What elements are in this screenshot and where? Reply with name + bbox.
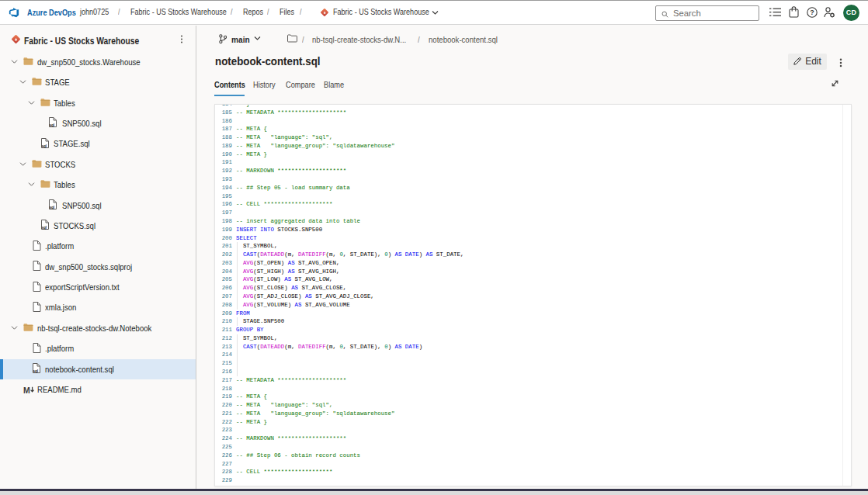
svg-text:sql: sql [41,144,47,148]
svg-text:sql: sql [49,206,54,209]
svg-text:?: ? [810,9,814,16]
svg-text:sql: sql [41,226,47,230]
svg-text:sql: sql [49,123,54,127]
svg-text:M: M [23,386,30,393]
svg-text:sql: sql [33,369,38,373]
